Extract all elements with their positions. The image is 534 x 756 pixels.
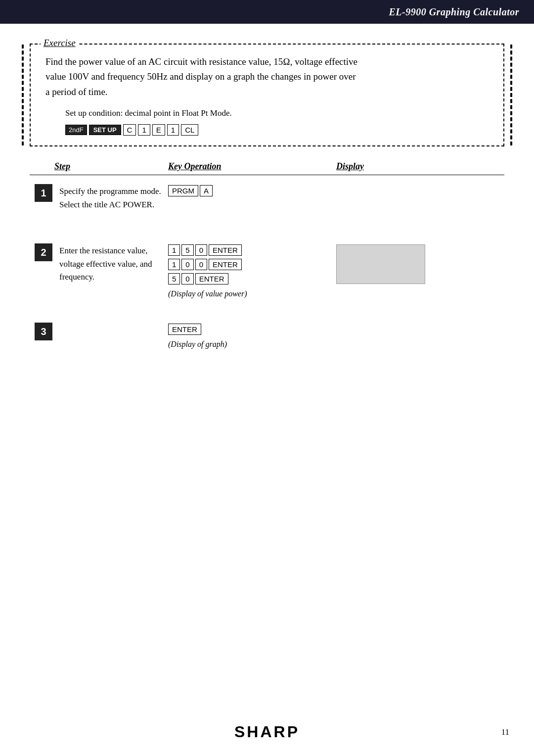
step2-key-5: 5 bbox=[181, 244, 193, 256]
main-content: Exercise Find the power value of an AC c… bbox=[0, 24, 534, 388]
exercise-line1: Find the power value of an AC circuit wi… bbox=[45, 56, 357, 67]
col-header-step: Step bbox=[30, 161, 168, 172]
step2-key-row1: 1 5 0 ENTER bbox=[168, 244, 326, 256]
exercise-label: Exercise bbox=[41, 38, 79, 48]
step1-key-prgm: PRGM bbox=[168, 185, 198, 196]
setup-key-sequence: 2ndF SET UP C 1 E 1 CL bbox=[65, 124, 489, 136]
step1-number: 1 bbox=[35, 184, 52, 202]
key-e: E bbox=[152, 124, 165, 136]
key-2ndf: 2ndF bbox=[65, 125, 87, 135]
page-number: 11 bbox=[501, 727, 509, 737]
step2-line3: frequency. bbox=[59, 272, 94, 282]
key-1b: 1 bbox=[167, 124, 179, 136]
step2-key-0a: 0 bbox=[195, 244, 207, 256]
step3-display-note: (Display of graph) bbox=[168, 340, 326, 349]
key-1a: 1 bbox=[138, 124, 150, 136]
step2-keys: 1 5 0 ENTER 1 0 0 ENTER 5 0 ENTER (Displ… bbox=[168, 243, 326, 298]
step2-number-col: 2 Enter the resistance value, voltage ef… bbox=[30, 243, 168, 284]
page-footer: SHARP bbox=[0, 723, 534, 741]
step3-key-enter: ENTER bbox=[168, 324, 201, 335]
step1-display bbox=[326, 184, 504, 185]
col-header-display: Display bbox=[326, 161, 504, 172]
step3-key-row1: ENTER bbox=[168, 324, 326, 335]
step-row-2: 2 Enter the resistance value, voltage ef… bbox=[30, 235, 504, 314]
key-c: C bbox=[123, 124, 136, 136]
step3-keys: ENTER (Display of graph) bbox=[168, 323, 326, 349]
step1-line2: Select the title AC POWER. bbox=[59, 200, 154, 209]
step2-key-row3: 5 0 ENTER bbox=[168, 273, 326, 284]
exercise-text: Find the power value of an AC circuit wi… bbox=[45, 54, 489, 99]
page-header: EL-9900 Graphing Calculator bbox=[0, 0, 534, 24]
step2-display-note: (Display of value power) bbox=[168, 289, 326, 298]
step-row-1: 1 Specify the programme mode. Select the… bbox=[30, 175, 504, 235]
step1-number-col: 1 Specify the programme mode. Select the… bbox=[30, 184, 168, 211]
step2-description: Enter the resistance value, voltage effe… bbox=[59, 243, 152, 284]
step2-key-1b: 1 bbox=[168, 259, 180, 270]
exercise-line3: a period of time. bbox=[45, 87, 108, 97]
col-header-key: Key Operation bbox=[168, 161, 326, 172]
step2-line2: voltage effective value, and bbox=[59, 259, 152, 269]
step2-display-screen bbox=[336, 244, 425, 284]
step1-keys: PRGM A bbox=[168, 184, 326, 199]
key-setup: SET UP bbox=[89, 125, 121, 135]
step2-key-0d: 0 bbox=[181, 273, 193, 284]
step2-key-5b: 5 bbox=[168, 273, 180, 284]
step2-display bbox=[326, 243, 504, 284]
exercise-line2: value 100V and frequency 50Hz and displa… bbox=[45, 71, 356, 82]
brand-logo: SHARP bbox=[234, 723, 300, 741]
step2-key-enter3: ENTER bbox=[195, 273, 228, 284]
step2-key-0b: 0 bbox=[181, 259, 193, 270]
step3-display bbox=[326, 323, 504, 324]
step2-line1: Enter the resistance value, bbox=[59, 246, 147, 255]
setup-condition-text: Set up condition: decimal point in Float… bbox=[65, 108, 489, 118]
step-row-3: 3 ENTER (Display of graph) bbox=[30, 314, 504, 368]
step2-key-enter1: ENTER bbox=[209, 244, 242, 256]
step1-key-row1: PRGM A bbox=[168, 185, 326, 196]
step3-number-col: 3 bbox=[30, 323, 168, 340]
steps-section: Step Key Operation Display 1 Specify the… bbox=[30, 161, 504, 368]
step2-key-enter2: ENTER bbox=[209, 259, 242, 270]
exercise-box: Exercise Find the power value of an AC c… bbox=[30, 44, 504, 146]
step1-line1: Specify the programme mode. bbox=[59, 187, 161, 196]
step1-description: Specify the programme mode. Select the t… bbox=[59, 184, 161, 211]
steps-header-row: Step Key Operation Display bbox=[30, 161, 504, 175]
step2-number: 2 bbox=[35, 243, 52, 261]
step3-number: 3 bbox=[35, 323, 52, 340]
step1-key-a: A bbox=[200, 185, 213, 196]
step2-key-1a: 1 bbox=[168, 244, 180, 256]
header-title: EL-9900 Graphing Calculator bbox=[389, 6, 519, 18]
key-cl: CL bbox=[181, 124, 198, 136]
step2-key-0c: 0 bbox=[195, 259, 207, 270]
step2-key-row2: 1 0 0 ENTER bbox=[168, 259, 326, 270]
